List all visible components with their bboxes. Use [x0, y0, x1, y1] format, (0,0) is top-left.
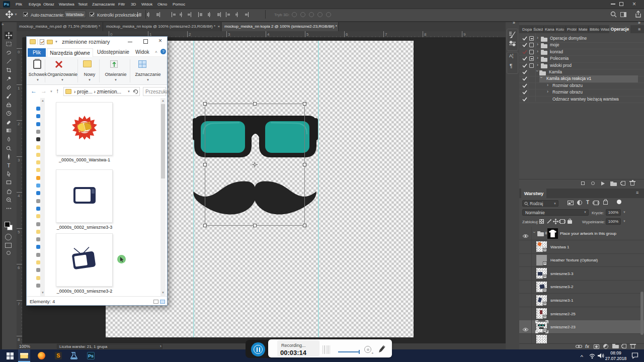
svg-text:T: T: [7, 163, 10, 168]
